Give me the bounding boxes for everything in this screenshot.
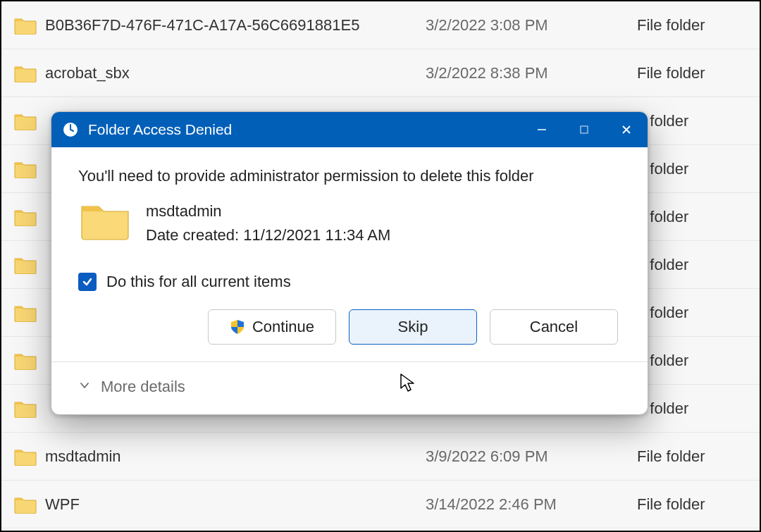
folder-icon: [14, 208, 37, 226]
file-type: e folder: [637, 208, 760, 226]
folder-icon: [14, 64, 37, 82]
folder-icon: [14, 112, 37, 130]
svg-rect-3: [581, 126, 588, 133]
clock-icon: [61, 120, 80, 139]
continue-button[interactable]: Continue: [208, 309, 336, 345]
close-button[interactable]: [605, 112, 648, 147]
skip-button[interactable]: Skip: [349, 309, 477, 345]
folder-icon: [14, 400, 37, 418]
cursor-icon: [400, 373, 415, 392]
file-name: WPF: [45, 495, 426, 514]
file-date: 3/2/2022 8:38 PM: [426, 64, 637, 82]
file-row[interactable]: acrobat_sbx 3/2/2022 8:38 PM File folder: [1, 49, 760, 97]
folder-info: msdtadmin Date created: 11/12/2021 11:34…: [78, 199, 621, 247]
folder-icon: [14, 16, 37, 35]
button-row: Continue Skip Cancel: [78, 309, 621, 345]
cancel-label: Cancel: [530, 318, 578, 336]
maximize-button[interactable]: [563, 112, 605, 147]
checkbox-icon[interactable]: [78, 273, 97, 291]
file-type: File folder: [637, 447, 760, 466]
apply-all-label: Do this for all current items: [106, 273, 291, 291]
file-type: e folder: [637, 400, 760, 418]
folder-icon: [80, 199, 130, 240]
file-type: e folder: [637, 304, 760, 322]
titlebar[interactable]: Folder Access Denied: [51, 112, 648, 147]
folder-icon: [14, 160, 37, 178]
skip-label: Skip: [398, 318, 428, 336]
more-details-label: More details: [101, 378, 185, 396]
permission-message: You'll need to provide administrator per…: [78, 167, 621, 185]
folder-icon: [14, 447, 37, 466]
minimize-button[interactable]: [521, 112, 563, 147]
caption-buttons: [521, 112, 648, 147]
more-details-toggle[interactable]: More details: [51, 361, 648, 414]
file-date: 3/14/2022 2:46 PM: [426, 495, 637, 514]
folder-icon: [14, 352, 37, 370]
folder-access-denied-dialog: Folder Access Denied You'll need to prov…: [51, 111, 648, 415]
date-created: Date created: 11/12/2021 11:34 AM: [146, 223, 390, 247]
file-name: msdtadmin: [45, 447, 426, 466]
target-folder-name: msdtadmin: [146, 199, 390, 223]
chevron-down-icon: [78, 378, 91, 396]
file-date: 3/2/2022 3:08 PM: [426, 16, 637, 35]
file-type: e folder: [637, 256, 760, 274]
apply-all-row[interactable]: Do this for all current items: [78, 273, 621, 291]
file-type: File folder: [637, 64, 760, 82]
file-date: 3/9/2022 6:09 PM: [426, 447, 637, 466]
file-name: acrobat_sbx: [45, 64, 426, 82]
dialog-title: Folder Access Denied: [88, 121, 521, 138]
file-type: e folder: [637, 352, 760, 370]
dialog-body: You'll need to provide administrator per…: [51, 147, 648, 361]
file-type: File folder: [637, 495, 760, 514]
file-type: e folder: [637, 160, 760, 178]
file-row[interactable]: B0B36F7D-476F-471C-A17A-56C6691881E5 3/2…: [1, 1, 760, 49]
folder-icon: [14, 304, 37, 322]
file-name: B0B36F7D-476F-471C-A17A-56C6691881E5: [45, 16, 426, 35]
file-type: e folder: [637, 112, 760, 130]
folder-icon: [14, 495, 37, 514]
continue-label: Continue: [252, 318, 314, 336]
file-type: File folder: [637, 16, 760, 35]
file-row[interactable]: WPF 3/14/2022 2:46 PM File folder: [1, 481, 760, 528]
file-row[interactable]: msdtadmin 3/9/2022 6:09 PM File folder: [1, 433, 760, 481]
uac-shield-icon: [230, 319, 245, 335]
folder-icon: [14, 256, 37, 274]
cancel-button[interactable]: Cancel: [490, 309, 618, 345]
